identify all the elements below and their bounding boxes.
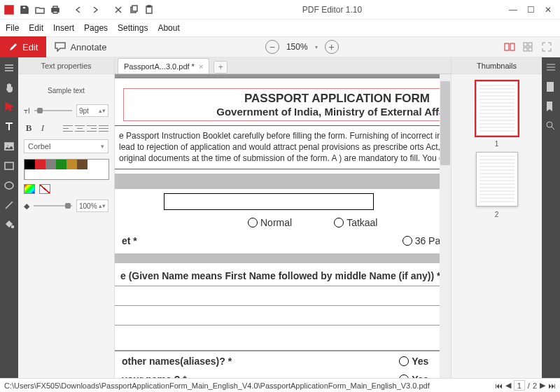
q-aliases: other names(aliases)? * [122,356,232,367]
menu-pages[interactable]: Pages [84,23,108,33]
page-first-icon[interactable]: ⏮ [495,382,503,390]
thumb-num-2: 2 [495,211,499,218]
swatch[interactable] [77,160,88,169]
tab-close-icon[interactable]: × [199,62,203,71]
form-input-line[interactable] [115,326,451,351]
align-left-icon[interactable] [63,124,73,132]
opacity-icon: ◆ [24,202,29,211]
undo-icon[interactable] [73,4,85,16]
swatch[interactable] [77,169,88,179]
color-picker-icon[interactable] [24,184,35,194]
align-justify-icon[interactable] [99,124,108,132]
thumbnail-page-2[interactable] [476,152,518,206]
zoom-in-button[interactable]: + [325,40,339,54]
fullscreen-icon[interactable] [540,41,553,52]
bold-button[interactable]: B [24,122,34,134]
view-facing-icon[interactable] [504,41,517,52]
menu-settings[interactable]: Settings [118,23,148,33]
annotate-mode-button[interactable]: Annotate [46,42,115,52]
minimize-icon[interactable]: — [509,5,517,15]
pages-panel-icon[interactable] [545,81,556,92]
swatch[interactable] [88,160,98,169]
thumbnail-page-1[interactable] [476,81,518,136]
radio-alias-yes[interactable]: Yes [399,356,428,367]
redo-icon[interactable] [88,4,101,16]
zoom-out-button[interactable]: − [265,40,279,54]
fontsize-input[interactable]: 9pt▴▾ [76,104,108,117]
copy-icon[interactable] [127,4,140,16]
page-next-icon[interactable]: ▶ [540,381,545,390]
no-color-icon[interactable] [39,184,50,194]
ellipse-tool-icon[interactable] [3,179,15,192]
swatch[interactable] [46,160,56,169]
right-menu-icon[interactable] [545,62,556,73]
select-tool-icon[interactable] [3,101,15,113]
align-center-icon[interactable] [75,124,85,132]
radio-tatkaal[interactable]: Tatkaal [334,217,377,228]
fill-tool-icon[interactable] [3,218,15,231]
menu-insert[interactable]: Insert [53,23,74,33]
edit-mode-button[interactable]: Edit [0,36,46,57]
view-grid-icon[interactable] [522,41,535,52]
hand-tool-icon[interactable] [3,81,15,94]
zoom-dropdown-icon[interactable]: ▾ [315,44,318,50]
page-number-input[interactable]: 1 [514,380,525,391]
rect-tool-icon[interactable] [3,160,15,172]
maximize-icon[interactable]: ☐ [527,5,535,15]
swatch[interactable] [46,169,56,179]
sample-text: Sample text [24,80,108,104]
add-tab-button[interactable]: + [214,61,227,74]
zoom-level[interactable]: 150% [286,42,308,52]
menu-about[interactable]: About [158,23,179,33]
print-icon[interactable] [49,4,62,16]
q-namechange: your name ? * [122,374,187,378]
radio-change-yes[interactable]: Yes [399,374,428,378]
save-icon[interactable] [18,4,31,16]
left-tool-strip [0,57,18,378]
text-tool-icon[interactable] [3,120,15,133]
annotate-label: Annotate [70,42,106,52]
page-prev-icon[interactable]: ◀ [505,381,511,390]
q-let: et * [122,235,137,246]
document-tabs: PassportA...3.0.pdf * × + [115,57,451,74]
svg-point-19 [12,226,14,228]
swatch[interactable] [98,160,108,169]
swatch[interactable] [35,169,46,179]
font-select[interactable]: Corbel▾ [24,139,108,153]
swatch[interactable] [35,160,46,169]
opacity-input[interactable]: 100%▴▾ [76,200,108,212]
line-tool-icon[interactable] [3,199,15,211]
swatch[interactable] [98,169,108,179]
tab-active[interactable]: PassportA...3.0.pdf * × [118,58,209,74]
radio-normal[interactable]: Normal [248,217,292,228]
swatch[interactable] [56,160,66,169]
search-panel-icon[interactable] [545,120,556,132]
cut-icon[interactable] [112,4,125,16]
open-icon[interactable] [34,4,46,16]
align-right-icon[interactable] [87,124,97,132]
image-tool-icon[interactable] [3,140,15,153]
menu-edit[interactable]: Edit [29,23,43,33]
bookmarks-icon[interactable] [545,101,556,112]
fontsize-slider[interactable] [34,110,72,111]
vertical-scrollbar[interactable] [440,74,451,378]
opacity-slider[interactable] [34,205,72,206]
close-window-icon[interactable]: ✕ [545,5,552,15]
page-total: 2 [533,382,537,390]
paste-icon[interactable] [143,4,155,16]
color-swatches [24,159,109,180]
italic-button[interactable]: I [38,122,48,134]
form-input-line[interactable] [115,286,451,306]
swatch[interactable] [56,169,66,179]
menu-toggle-icon[interactable] [3,62,15,74]
swatch[interactable] [24,160,35,169]
form-textbox[interactable] [164,193,374,210]
swatch[interactable] [24,169,35,179]
swatch[interactable] [66,160,77,169]
swatch[interactable] [88,169,98,179]
swatch[interactable] [66,169,77,179]
menu-file[interactable]: File [6,23,19,33]
document-canvas[interactable]: PASSPORT APPLICATION FORM Government of … [115,74,451,378]
page-last-icon[interactable]: ⏭ [548,382,556,390]
form-input-line[interactable] [115,306,451,326]
